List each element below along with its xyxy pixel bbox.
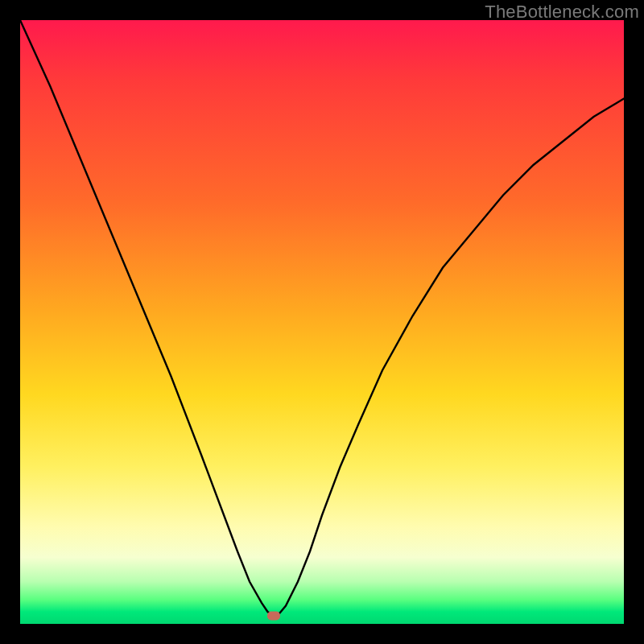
curve-right-branch [274, 99, 624, 616]
minimum-marker [267, 611, 280, 620]
watermark-text: TheBottleneck.com [485, 2, 639, 23]
bottleneck-curve [20, 20, 624, 624]
curve-left-branch [20, 20, 274, 616]
chart-frame: TheBottleneck.com [0, 0, 644, 644]
plot-area [20, 20, 624, 624]
